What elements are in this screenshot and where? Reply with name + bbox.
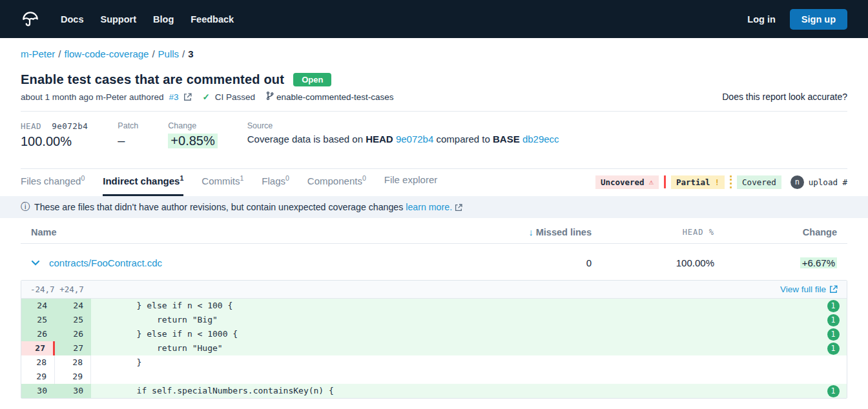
code-content: } else if n < 1000 { [91,327,820,341]
diff-viewer: -24,7 +24,7 View full file 2424 } else i… [21,280,847,399]
nav-docs[interactable]: Docs [61,14,83,25]
new-line-number: 28 [55,355,91,370]
code-content: return "Big" [91,313,820,327]
diff-line[interactable]: 2424 } else if n < 100 {1 [21,299,847,313]
upload-hit-badge[interactable]: 1 [827,385,840,397]
new-line-number: 27 [55,341,91,355]
new-line-number: 24 [55,299,91,313]
report-accuracy-question[interactable]: Does this report look accurate? [722,92,847,102]
new-line-number: 29 [55,370,91,384]
files-table-header: Name ↓ Missed lines HEAD % Change [21,218,847,244]
diff-line[interactable]: 2525 return "Big"1 [21,313,847,327]
info-banner: ⓘ These are files that didn't have autho… [0,196,868,218]
code-content: if self.specialNumbers.containsKey(n) { [91,384,820,398]
pr-number-link[interactable]: #3 [169,92,178,102]
stat-change: Change +0.85% [168,121,217,149]
coverage-legend: Uncovered⚠ Partial! Covered n upload # [595,175,847,195]
hunk-header: -24,7 +24,7 [30,284,84,294]
col-name[interactable]: Name [31,227,482,237]
tab-components[interactable]: Components0 [307,174,366,196]
nav-blog[interactable]: Blog [153,14,174,25]
sort-arrow-icon: ↓ [528,227,533,237]
tab-flags[interactable]: Flags0 [262,174,289,196]
col-change[interactable]: Change [714,227,837,237]
codecov-logo-icon[interactable] [21,10,40,29]
code-content [91,370,820,384]
breadcrumb-pr-number: 3 [188,48,193,59]
breadcrumb-repo[interactable]: flow-code-coverage [65,48,149,59]
head-coverage-value: 100.00% [21,134,88,149]
upload-hit-badge[interactable]: 1 [827,328,840,341]
old-line-number: 29 [21,370,55,384]
legend-upload: n upload # [790,175,847,189]
coverage-summary: HEAD 9e072b4 100.00% Patch – Change +0.8… [21,112,847,160]
legend-uncovered: Uncovered⚠ [595,175,659,189]
new-line-number: 25 [55,313,91,327]
upload-count-icon: n [790,175,804,189]
warning-icon: ⚠ [649,177,654,186]
col-missed-lines[interactable]: ↓ Missed lines [482,227,592,237]
file-name-link[interactable]: contracts/FooContract.cdc [49,257,162,268]
diff-line[interactable]: 2828 } [21,355,847,370]
page-title: Enable test cases that are commented out [21,72,284,87]
upload-hit-badge[interactable]: 1 [827,300,840,312]
head-pct-value: 100.00% [592,257,714,268]
upload-hit-badge[interactable]: 1 [827,314,840,326]
col-head-pct[interactable]: HEAD % [592,228,714,237]
branch-name: enable-commented-test-cases [276,92,394,102]
tab-indirect-changes[interactable]: Indirect changes1 [103,174,183,196]
missed-lines-value: 0 [482,257,592,268]
git-branch-icon [265,91,274,103]
uncovered-bar-icon [664,175,666,188]
chevron-down-icon[interactable] [31,257,40,268]
head-sha: 9e072b4 [52,121,88,131]
code-content: return "Huge" [91,341,820,355]
source-base-sha-link[interactable]: db29ecc [522,134,559,145]
breadcrumb-pulls[interactable]: Pulls [158,48,180,59]
nav-feedback[interactable]: Feedback [191,14,234,25]
new-line-number: 30 [55,384,91,398]
old-line-number: 28 [21,355,55,370]
tab-file-explorer[interactable]: File explorer [384,174,438,196]
divider [21,168,847,169]
old-line-number: 24 [21,299,55,313]
old-line-number: 25 [21,313,55,327]
source-head-sha-link[interactable]: 9e072b4 [396,134,433,145]
stat-source: Source Coverage data is based on HEAD 9e… [247,121,559,149]
stat-patch: Patch – [118,121,138,149]
nav-support[interactable]: Support [100,14,136,25]
legend-covered: Covered [737,175,781,189]
old-line-number: 26 [21,327,55,341]
tab-commits[interactable]: Commits1 [202,174,243,196]
diff-line[interactable]: 3030 if self.specialNumbers.containsKey(… [21,384,847,398]
external-link-icon[interactable] [455,202,462,212]
patch-label: Patch [118,121,138,130]
legend-partial: Partial! [671,175,725,189]
diff-line[interactable]: 2626 } else if n < 1000 {1 [21,327,847,341]
top-navbar: Docs Support Blog Feedback Log in Sign u… [0,0,868,38]
change-value: +0.85% [168,134,217,148]
new-line-number: 26 [55,327,91,341]
external-link-icon [829,285,838,294]
patch-value: – [118,134,138,148]
old-line-number-uncovered: 27 [21,341,55,355]
source-description: Coverage data is based on HEAD 9e072b4 c… [247,134,559,145]
breadcrumb: m-Peter/flow-code-coverage/Pulls/3 [21,48,847,59]
view-full-file-link[interactable]: View full file [780,284,838,294]
change-value: +6.67% [800,257,837,268]
signup-button[interactable]: Sign up [790,9,847,30]
learn-more-link[interactable]: learn more. [406,202,452,212]
login-link[interactable]: Log in [747,14,776,25]
ci-check-icon: ✓ [202,92,209,102]
diff-line[interactable]: 2929 [21,370,847,384]
external-link-icon[interactable] [183,92,192,102]
diff-line[interactable]: 2727 return "Huge"1 [21,341,847,355]
tab-files-changed[interactable]: Files changed0 [21,174,85,196]
breadcrumb-owner[interactable]: m-Peter [21,48,55,59]
partial-bar-icon [730,175,732,188]
stat-head: HEAD 9e072b4 100.00% [21,121,88,149]
upload-hit-badge[interactable]: 1 [827,343,840,355]
table-row: contracts/FooContract.cdc 0 100.00% +6.6… [21,244,847,279]
status-badge: Open [293,73,331,86]
tab-bar: Files changed0 Indirect changes1 Commits… [21,174,437,196]
